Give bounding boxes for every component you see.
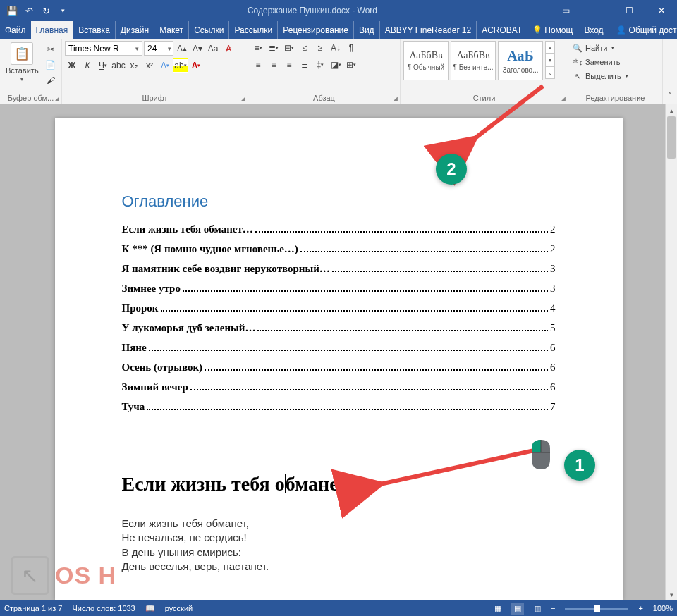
multilevel-list-button[interactable]: ⊟▾	[282, 41, 296, 55]
undo-button[interactable]: ↶	[21, 3, 37, 18]
tab-mailings[interactable]: Рассылки	[229, 21, 278, 39]
find-button[interactable]: 🔍Найти▾	[571, 41, 616, 55]
sign-in-button[interactable]: Вход	[578, 21, 609, 39]
tab-acrobat[interactable]: ACROBAT	[477, 21, 527, 39]
font-name-input[interactable]	[66, 42, 133, 55]
align-right-button[interactable]: ≡	[282, 58, 296, 72]
zoom-out-button[interactable]: −	[551, 604, 555, 612]
minimize-button[interactable]: —	[582, 0, 614, 21]
qa-customize-button[interactable]: ▾	[55, 3, 71, 18]
font-launcher[interactable]: ◢	[240, 95, 245, 102]
format-painter-button[interactable]: 🖌	[44, 73, 58, 87]
tell-me-search[interactable]: Помощ	[527, 21, 578, 39]
styles-up-button[interactable]: ▴	[545, 41, 555, 54]
scroll-down-button[interactable]: ▾	[666, 589, 677, 600]
toc-entry[interactable]: Если жизнь тебя обманет…2	[122, 223, 556, 235]
close-button[interactable]: ✕	[645, 0, 677, 21]
tab-review[interactable]: Рецензирование	[278, 21, 354, 39]
sort-button[interactable]: A↓	[329, 41, 343, 55]
heading-1[interactable]: Если жизнь тебя обманет…	[122, 473, 556, 495]
clear-formatting-button[interactable]: A̷	[221, 42, 236, 56]
tab-layout[interactable]: Макет	[154, 21, 189, 39]
vertical-scrollbar[interactable]: ▴ ▾	[665, 104, 677, 600]
subscript-button[interactable]: x₂	[127, 58, 141, 73]
styles-down-button[interactable]: ▾	[545, 54, 555, 66]
increase-indent-button[interactable]: ≥	[313, 41, 327, 55]
shading-button[interactable]: ◪▾	[329, 58, 343, 72]
page[interactable]: Оглавление Если жизнь тебя обманет…2К **…	[55, 118, 623, 600]
show-marks-button[interactable]: ¶	[344, 41, 358, 55]
font-color-button[interactable]: A▾	[189, 58, 203, 73]
maximize-button[interactable]: ☐	[614, 0, 645, 21]
proofing-icon[interactable]: 📖	[145, 604, 155, 613]
status-page[interactable]: Страница 1 из 7	[4, 604, 62, 612]
decrease-indent-button[interactable]: ≤	[298, 41, 312, 55]
share-button[interactable]: Общий доступ	[609, 21, 677, 39]
styles-launcher[interactable]: ◢	[561, 95, 566, 102]
tab-design[interactable]: Дизайн	[116, 21, 154, 39]
ribbon-display-button[interactable]: ▭	[550, 0, 582, 21]
align-center-button[interactable]: ≡	[267, 58, 281, 72]
zoom-slider[interactable]	[565, 608, 628, 610]
zoom-value[interactable]: 100%	[653, 604, 673, 612]
toc-entry[interactable]: Няне6	[122, 342, 556, 354]
bullets-button[interactable]: ≡▾	[251, 41, 265, 55]
zoom-in-button[interactable]: +	[638, 604, 642, 612]
toc-entry[interactable]: Зимнее утро3	[122, 283, 556, 295]
read-mode-button[interactable]: ▦	[494, 604, 501, 613]
highlight-button[interactable]: ab▾	[173, 58, 188, 73]
justify-button[interactable]: ≣	[298, 58, 312, 72]
collapse-ribbon-button[interactable]: ˄	[663, 39, 677, 104]
status-language[interactable]: русский	[165, 604, 193, 612]
paste-button[interactable]: 📋 Вставить ▾	[3, 41, 42, 84]
style-normal[interactable]: АаБбВв ¶ Обычный	[403, 41, 449, 80]
web-layout-button[interactable]: ▥	[534, 604, 541, 613]
tab-references[interactable]: Ссылки	[189, 21, 229, 39]
toc-entry[interactable]: Я памятник себе воздвиг нерукотворный…3	[122, 263, 556, 275]
save-button[interactable]: 💾	[4, 3, 20, 18]
toc-entry[interactable]: Туча7	[122, 401, 556, 413]
tab-finereader[interactable]: ABBYY FineReader 12	[380, 21, 477, 39]
align-left-button[interactable]: ≡	[251, 58, 265, 72]
font-size-combo[interactable]: ▾	[144, 41, 173, 56]
tab-view[interactable]: Вид	[354, 21, 380, 39]
copy-button[interactable]: 📄	[44, 58, 58, 72]
paragraph-launcher[interactable]: ◢	[393, 95, 398, 102]
numbering-button[interactable]: ≣▾	[267, 41, 281, 55]
borders-button[interactable]: ⊞▾	[344, 58, 358, 72]
bold-button[interactable]: Ж	[65, 58, 79, 73]
style-no-spacing[interactable]: АаБбВв ¶ Без инте...	[451, 41, 496, 80]
clipboard-launcher[interactable]: ◢	[54, 95, 59, 102]
select-button[interactable]: ↖Выделить▾	[571, 69, 630, 83]
line-spacing-button[interactable]: ‡▾	[313, 58, 327, 72]
change-case-button[interactable]: Aa	[206, 42, 220, 56]
toc-entry[interactable]: Пророк4	[122, 302, 556, 314]
print-layout-button[interactable]: ▤	[511, 603, 524, 615]
font-name-combo[interactable]: ▾	[65, 41, 142, 56]
grow-font-button[interactable]: A▴	[175, 42, 189, 56]
styles-more-button[interactable]: ⌄	[545, 66, 555, 79]
scroll-up-button[interactable]: ▴	[666, 104, 677, 116]
toc-entry[interactable]: Осень (отрывок)6	[122, 362, 556, 374]
underline-button[interactable]: Ч▾	[96, 58, 110, 73]
text-effects-button[interactable]: A▾	[158, 58, 172, 73]
font-size-input[interactable]	[145, 42, 166, 55]
scroll-thumb[interactable]	[667, 116, 676, 159]
strikethrough-button[interactable]: abc	[111, 58, 126, 73]
status-word-count[interactable]: Число слов: 1033	[72, 604, 135, 612]
zoom-knob[interactable]	[594, 605, 600, 612]
redo-button[interactable]: ↻	[38, 3, 54, 18]
cut-button[interactable]: ✂	[44, 42, 58, 56]
toc-entry[interactable]: К *** (Я помню чудное мгновенье…)2	[122, 243, 556, 255]
tab-insert[interactable]: Вставка	[73, 21, 116, 39]
superscript-button[interactable]: x²	[142, 58, 157, 73]
toc-entry[interactable]: Зимний вечер6	[122, 381, 556, 393]
italic-button[interactable]: К	[80, 58, 94, 73]
tab-home[interactable]: Главная	[31, 21, 74, 39]
replace-button[interactable]: ᵃᵇ↕Заменить	[571, 55, 621, 69]
toc-entry[interactable]: У лукоморья дуб зеленый…5	[122, 322, 556, 334]
style-heading1[interactable]: АаБ Заголово...	[498, 41, 543, 80]
tab-file[interactable]: Файл	[0, 21, 31, 39]
chevron-down-icon[interactable]: ▾	[133, 45, 142, 52]
shrink-font-button[interactable]: A▾	[190, 42, 205, 56]
